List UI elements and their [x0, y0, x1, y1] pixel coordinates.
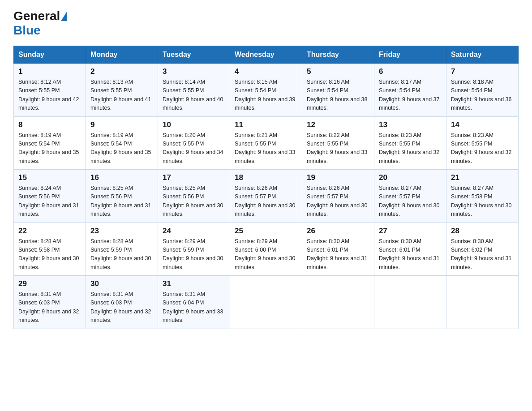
- day-number: 29: [18, 279, 81, 288]
- weekday-header-friday: Friday: [374, 46, 446, 64]
- day-info: Sunrise: 8:23 AMSunset: 5:55 PMDaylight:…: [379, 132, 440, 164]
- day-info: Sunrise: 8:31 AMSunset: 6:03 PMDaylight:…: [90, 291, 151, 323]
- day-number: 30: [90, 279, 153, 288]
- day-info: Sunrise: 8:12 AMSunset: 5:55 PMDaylight:…: [18, 79, 79, 111]
- day-number: 7: [451, 67, 514, 76]
- calendar-cell: 22 Sunrise: 8:28 AMSunset: 5:58 PMDaylig…: [14, 223, 86, 276]
- day-number: 14: [451, 120, 514, 129]
- calendar-cell: 13 Sunrise: 8:23 AMSunset: 5:55 PMDaylig…: [374, 116, 446, 170]
- day-info: Sunrise: 8:16 AMSunset: 5:54 PMDaylight:…: [307, 79, 368, 111]
- calendar-cell: 1 Sunrise: 8:12 AMSunset: 5:55 PMDayligh…: [14, 64, 86, 117]
- day-number: 16: [90, 173, 153, 182]
- calendar-cell: 11 Sunrise: 8:21 AMSunset: 5:55 PMDaylig…: [230, 116, 302, 170]
- calendar-cell: [374, 276, 446, 329]
- day-info: Sunrise: 8:28 AMSunset: 5:59 PMDaylight:…: [90, 238, 151, 270]
- calendar-cell: 7 Sunrise: 8:18 AMSunset: 5:54 PMDayligh…: [446, 64, 519, 117]
- logo-general-text: General: [13, 9, 60, 23]
- day-info: Sunrise: 8:20 AMSunset: 5:55 PMDaylight:…: [163, 132, 223, 164]
- calendar-cell: 25 Sunrise: 8:29 AMSunset: 6:00 PMDaylig…: [230, 223, 302, 276]
- day-number: 2: [90, 67, 153, 76]
- weekday-header-sunday: Sunday: [14, 46, 86, 64]
- day-number: 21: [451, 173, 514, 182]
- day-info: Sunrise: 8:31 AMSunset: 6:04 PMDaylight:…: [163, 291, 223, 323]
- day-number: 22: [18, 227, 81, 235]
- day-number: 4: [235, 67, 297, 76]
- calendar-cell: 27 Sunrise: 8:30 AMSunset: 6:01 PMDaylig…: [374, 223, 446, 276]
- calendar-cell: 23 Sunrise: 8:28 AMSunset: 5:59 PMDaylig…: [86, 223, 158, 276]
- day-info: Sunrise: 8:17 AMSunset: 5:54 PMDaylight:…: [379, 79, 440, 111]
- page-header: General Blue: [13, 9, 519, 38]
- day-info: Sunrise: 8:15 AMSunset: 5:54 PMDaylight:…: [235, 79, 296, 111]
- calendar-cell: [230, 276, 302, 329]
- day-info: Sunrise: 8:30 AMSunset: 6:02 PMDaylight:…: [451, 238, 512, 270]
- day-number: 6: [379, 67, 442, 76]
- calendar-cell: 9 Sunrise: 8:19 AMSunset: 5:54 PMDayligh…: [86, 116, 158, 170]
- calendar-cell: 26 Sunrise: 8:30 AMSunset: 6:01 PMDaylig…: [302, 223, 374, 276]
- calendar-cell: 19 Sunrise: 8:26 AMSunset: 5:57 PMDaylig…: [302, 170, 374, 223]
- day-number: 13: [379, 120, 442, 129]
- day-number: 20: [379, 173, 442, 182]
- day-info: Sunrise: 8:19 AMSunset: 5:54 PMDaylight:…: [18, 132, 79, 164]
- day-info: Sunrise: 8:26 AMSunset: 5:57 PMDaylight:…: [307, 185, 368, 217]
- day-info: Sunrise: 8:29 AMSunset: 6:00 PMDaylight:…: [235, 238, 296, 270]
- calendar-cell: 3 Sunrise: 8:14 AMSunset: 5:55 PMDayligh…: [158, 64, 230, 117]
- day-number: 24: [163, 227, 225, 235]
- calendar-cell: 15 Sunrise: 8:24 AMSunset: 5:56 PMDaylig…: [14, 170, 86, 223]
- calendar-cell: 29 Sunrise: 8:31 AMSunset: 6:03 PMDaylig…: [14, 276, 86, 329]
- logo: General Blue: [13, 9, 68, 38]
- day-info: Sunrise: 8:22 AMSunset: 5:55 PMDaylight:…: [307, 132, 368, 164]
- day-info: Sunrise: 8:24 AMSunset: 5:56 PMDaylight:…: [18, 185, 79, 217]
- weekday-header-saturday: Saturday: [446, 46, 519, 64]
- day-number: 3: [163, 67, 225, 76]
- calendar-cell: 6 Sunrise: 8:17 AMSunset: 5:54 PMDayligh…: [374, 64, 446, 117]
- calendar-week-row: 22 Sunrise: 8:28 AMSunset: 5:58 PMDaylig…: [14, 223, 519, 276]
- weekday-header-monday: Monday: [86, 46, 158, 64]
- day-info: Sunrise: 8:31 AMSunset: 6:03 PMDaylight:…: [18, 291, 79, 323]
- calendar-week-row: 15 Sunrise: 8:24 AMSunset: 5:56 PMDaylig…: [14, 170, 519, 223]
- day-number: 10: [163, 120, 225, 129]
- day-number: 19: [307, 173, 369, 182]
- day-number: 5: [307, 67, 369, 76]
- calendar-cell: [302, 276, 374, 329]
- day-number: 11: [235, 120, 297, 129]
- logo-blue-text: Blue: [13, 23, 41, 37]
- day-info: Sunrise: 8:19 AMSunset: 5:54 PMDaylight:…: [90, 132, 151, 164]
- day-number: 31: [163, 279, 225, 288]
- day-info: Sunrise: 8:29 AMSunset: 5:59 PMDaylight:…: [163, 238, 223, 270]
- day-info: Sunrise: 8:21 AMSunset: 5:55 PMDaylight:…: [235, 132, 296, 164]
- weekday-header-tuesday: Tuesday: [158, 46, 230, 64]
- day-number: 8: [18, 120, 81, 129]
- calendar-week-row: 8 Sunrise: 8:19 AMSunset: 5:54 PMDayligh…: [14, 116, 519, 170]
- calendar-cell: 8 Sunrise: 8:19 AMSunset: 5:54 PMDayligh…: [14, 116, 86, 170]
- calendar-cell: 16 Sunrise: 8:25 AMSunset: 5:56 PMDaylig…: [86, 170, 158, 223]
- day-number: 12: [307, 120, 369, 129]
- day-info: Sunrise: 8:28 AMSunset: 5:58 PMDaylight:…: [18, 238, 79, 270]
- calendar-cell: 18 Sunrise: 8:26 AMSunset: 5:57 PMDaylig…: [230, 170, 302, 223]
- day-info: Sunrise: 8:27 AMSunset: 5:57 PMDaylight:…: [379, 185, 440, 217]
- logo-triangle-icon: [61, 11, 67, 21]
- day-info: Sunrise: 8:30 AMSunset: 6:01 PMDaylight:…: [379, 238, 440, 270]
- calendar-cell: 5 Sunrise: 8:16 AMSunset: 5:54 PMDayligh…: [302, 64, 374, 117]
- day-number: 27: [379, 227, 442, 235]
- weekday-header-thursday: Thursday: [302, 46, 374, 64]
- calendar-cell: 24 Sunrise: 8:29 AMSunset: 5:59 PMDaylig…: [158, 223, 230, 276]
- calendar-cell: 14 Sunrise: 8:23 AMSunset: 5:55 PMDaylig…: [446, 116, 519, 170]
- calendar-cell: 12 Sunrise: 8:22 AMSunset: 5:55 PMDaylig…: [302, 116, 374, 170]
- calendar-week-row: 29 Sunrise: 8:31 AMSunset: 6:03 PMDaylig…: [14, 276, 519, 329]
- day-info: Sunrise: 8:26 AMSunset: 5:57 PMDaylight:…: [235, 185, 296, 217]
- weekday-header-row: SundayMondayTuesdayWednesdayThursdayFrid…: [14, 46, 519, 64]
- day-info: Sunrise: 8:25 AMSunset: 5:56 PMDaylight:…: [163, 185, 223, 217]
- day-info: Sunrise: 8:30 AMSunset: 6:01 PMDaylight:…: [307, 238, 368, 270]
- calendar-cell: 17 Sunrise: 8:25 AMSunset: 5:56 PMDaylig…: [158, 170, 230, 223]
- calendar-cell: 28 Sunrise: 8:30 AMSunset: 6:02 PMDaylig…: [446, 223, 519, 276]
- day-info: Sunrise: 8:27 AMSunset: 5:58 PMDaylight:…: [451, 185, 512, 217]
- day-info: Sunrise: 8:23 AMSunset: 5:55 PMDaylight:…: [451, 132, 512, 164]
- day-number: 17: [163, 173, 225, 182]
- calendar-cell: 2 Sunrise: 8:13 AMSunset: 5:55 PMDayligh…: [86, 64, 158, 117]
- day-number: 9: [90, 120, 153, 129]
- day-info: Sunrise: 8:13 AMSunset: 5:55 PMDaylight:…: [90, 79, 151, 111]
- day-number: 18: [235, 173, 297, 182]
- day-number: 26: [307, 227, 369, 235]
- day-info: Sunrise: 8:18 AMSunset: 5:54 PMDaylight:…: [451, 79, 512, 111]
- calendar-cell: 10 Sunrise: 8:20 AMSunset: 5:55 PMDaylig…: [158, 116, 230, 170]
